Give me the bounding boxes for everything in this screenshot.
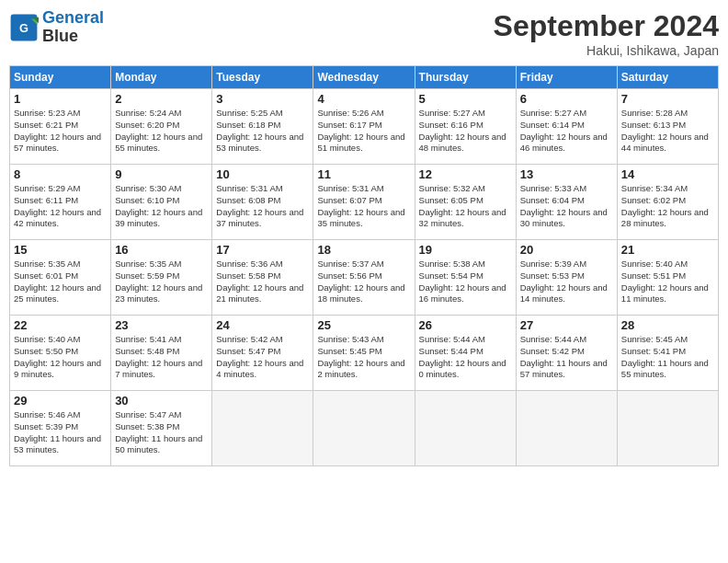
calendar-cell: 10 Sunrise: 5:31 AM Sunset: 6:08 PM Dayl… bbox=[212, 165, 313, 240]
day-number: 13 bbox=[520, 167, 613, 181]
day-number: 7 bbox=[621, 92, 714, 106]
calendar-cell bbox=[313, 391, 415, 466]
calendar-cell: 30 Sunrise: 5:47 AM Sunset: 5:38 PM Dayl… bbox=[111, 391, 212, 466]
day-info: Sunrise: 5:35 AM Sunset: 6:01 PM Dayligh… bbox=[14, 259, 107, 305]
day-number: 26 bbox=[419, 318, 512, 332]
day-info: Sunrise: 5:46 AM Sunset: 5:39 PM Dayligh… bbox=[14, 409, 107, 456]
day-number: 5 bbox=[419, 92, 512, 106]
calendar-cell: 4 Sunrise: 5:26 AM Sunset: 6:17 PM Dayli… bbox=[313, 89, 415, 165]
calendar-cell: 6 Sunrise: 5:27 AM Sunset: 6:14 PM Dayli… bbox=[516, 89, 617, 165]
day-info: Sunrise: 5:43 AM Sunset: 5:45 PM Dayligh… bbox=[317, 334, 410, 381]
day-info: Sunrise: 5:44 AM Sunset: 5:44 PM Dayligh… bbox=[419, 334, 512, 381]
day-number: 10 bbox=[216, 167, 309, 181]
day-number: 24 bbox=[216, 318, 309, 332]
calendar-cell: 14 Sunrise: 5:34 AM Sunset: 6:02 PM Dayl… bbox=[617, 165, 718, 240]
calendar-cell: 17 Sunrise: 5:36 AM Sunset: 5:58 PM Dayl… bbox=[212, 240, 313, 316]
day-info: Sunrise: 5:36 AM Sunset: 5:58 PM Dayligh… bbox=[216, 259, 309, 305]
day-number: 18 bbox=[317, 243, 410, 257]
day-info: Sunrise: 5:35 AM Sunset: 5:59 PM Dayligh… bbox=[115, 259, 208, 305]
month-title: September 2024 bbox=[494, 9, 719, 43]
calendar-cell: 22 Sunrise: 5:40 AM Sunset: 5:50 PM Dayl… bbox=[10, 316, 111, 391]
day-info: Sunrise: 5:41 AM Sunset: 5:48 PM Dayligh… bbox=[115, 334, 208, 381]
day-info: Sunrise: 5:32 AM Sunset: 6:05 PM Dayligh… bbox=[419, 183, 512, 230]
day-number: 20 bbox=[520, 243, 613, 257]
calendar-cell: 2 Sunrise: 5:24 AM Sunset: 6:20 PM Dayli… bbox=[111, 89, 212, 165]
calendar-cell bbox=[212, 391, 313, 466]
calendar-cell bbox=[617, 391, 718, 466]
day-info: Sunrise: 5:45 AM Sunset: 5:41 PM Dayligh… bbox=[621, 334, 714, 381]
calendar-table: Sunday Monday Tuesday Wednesday Thursday… bbox=[9, 65, 719, 466]
calendar-cell: 23 Sunrise: 5:41 AM Sunset: 5:48 PM Dayl… bbox=[111, 316, 212, 391]
header-friday: Friday bbox=[516, 66, 617, 89]
header-saturday: Saturday bbox=[617, 66, 718, 89]
day-info: Sunrise: 5:37 AM Sunset: 5:56 PM Dayligh… bbox=[317, 259, 410, 305]
day-info: Sunrise: 5:30 AM Sunset: 6:10 PM Dayligh… bbox=[115, 183, 208, 230]
day-number: 16 bbox=[115, 243, 208, 257]
page-header: G General Blue September 2024 Hakui, Ish… bbox=[9, 9, 719, 58]
day-number: 3 bbox=[216, 92, 309, 106]
svg-text:G: G bbox=[19, 21, 28, 35]
logo-text: General Blue bbox=[42, 9, 104, 46]
calendar-body: 1 Sunrise: 5:23 AM Sunset: 6:21 PM Dayli… bbox=[10, 89, 719, 466]
day-number: 22 bbox=[14, 318, 107, 332]
calendar-week-5: 29 Sunrise: 5:46 AM Sunset: 5:39 PM Dayl… bbox=[10, 391, 719, 466]
day-info: Sunrise: 5:24 AM Sunset: 6:20 PM Dayligh… bbox=[115, 108, 208, 155]
day-number: 4 bbox=[317, 92, 410, 106]
day-info: Sunrise: 5:34 AM Sunset: 6:02 PM Dayligh… bbox=[621, 183, 714, 230]
header-tuesday: Tuesday bbox=[212, 66, 313, 89]
title-block: September 2024 Hakui, Ishikawa, Japan bbox=[494, 9, 719, 58]
day-info: Sunrise: 5:39 AM Sunset: 5:53 PM Dayligh… bbox=[520, 259, 613, 305]
weekday-header-row: Sunday Monday Tuesday Wednesday Thursday… bbox=[10, 66, 719, 89]
day-number: 30 bbox=[115, 394, 208, 408]
calendar-cell: 13 Sunrise: 5:33 AM Sunset: 6:04 PM Dayl… bbox=[516, 165, 617, 240]
calendar-cell: 25 Sunrise: 5:43 AM Sunset: 5:45 PM Dayl… bbox=[313, 316, 415, 391]
day-info: Sunrise: 5:47 AM Sunset: 5:38 PM Dayligh… bbox=[115, 409, 208, 456]
day-info: Sunrise: 5:44 AM Sunset: 5:42 PM Dayligh… bbox=[520, 334, 613, 381]
calendar-cell: 28 Sunrise: 5:45 AM Sunset: 5:41 PM Dayl… bbox=[617, 316, 718, 391]
logo: G General Blue bbox=[9, 9, 104, 46]
day-number: 11 bbox=[317, 167, 410, 181]
day-info: Sunrise: 5:27 AM Sunset: 6:16 PM Dayligh… bbox=[419, 108, 512, 155]
day-number: 21 bbox=[621, 243, 714, 257]
calendar-cell: 1 Sunrise: 5:23 AM Sunset: 6:21 PM Dayli… bbox=[10, 89, 111, 165]
calendar-cell bbox=[415, 391, 516, 466]
day-info: Sunrise: 5:33 AM Sunset: 6:04 PM Dayligh… bbox=[520, 183, 613, 230]
day-info: Sunrise: 5:42 AM Sunset: 5:47 PM Dayligh… bbox=[216, 334, 309, 381]
logo-line2: Blue bbox=[42, 27, 78, 45]
day-info: Sunrise: 5:28 AM Sunset: 6:13 PM Dayligh… bbox=[621, 108, 714, 155]
calendar-cell bbox=[516, 391, 617, 466]
day-info: Sunrise: 5:26 AM Sunset: 6:17 PM Dayligh… bbox=[317, 108, 410, 155]
day-info: Sunrise: 5:31 AM Sunset: 6:08 PM Dayligh… bbox=[216, 183, 309, 230]
calendar-week-3: 15 Sunrise: 5:35 AM Sunset: 6:01 PM Dayl… bbox=[10, 240, 719, 316]
day-info: Sunrise: 5:38 AM Sunset: 5:54 PM Dayligh… bbox=[419, 259, 512, 305]
day-number: 8 bbox=[14, 167, 107, 181]
calendar-week-2: 8 Sunrise: 5:29 AM Sunset: 6:11 PM Dayli… bbox=[10, 165, 719, 240]
day-info: Sunrise: 5:29 AM Sunset: 6:11 PM Dayligh… bbox=[14, 183, 107, 230]
calendar-cell: 19 Sunrise: 5:38 AM Sunset: 5:54 PM Dayl… bbox=[415, 240, 516, 316]
day-number: 9 bbox=[115, 167, 208, 181]
calendar-cell: 24 Sunrise: 5:42 AM Sunset: 5:47 PM Dayl… bbox=[212, 316, 313, 391]
calendar-cell: 27 Sunrise: 5:44 AM Sunset: 5:42 PM Dayl… bbox=[516, 316, 617, 391]
day-number: 6 bbox=[520, 92, 613, 106]
calendar-week-4: 22 Sunrise: 5:40 AM Sunset: 5:50 PM Dayl… bbox=[10, 316, 719, 391]
header-thursday: Thursday bbox=[415, 66, 516, 89]
day-number: 28 bbox=[621, 318, 714, 332]
day-info: Sunrise: 5:25 AM Sunset: 6:18 PM Dayligh… bbox=[216, 108, 309, 155]
day-number: 1 bbox=[14, 92, 107, 106]
header-sunday: Sunday bbox=[10, 66, 111, 89]
day-number: 19 bbox=[419, 243, 512, 257]
logo-icon: G bbox=[9, 13, 39, 42]
calendar-cell: 11 Sunrise: 5:31 AM Sunset: 6:07 PM Dayl… bbox=[313, 165, 415, 240]
day-number: 29 bbox=[14, 394, 107, 408]
day-number: 25 bbox=[317, 318, 410, 332]
calendar-cell: 9 Sunrise: 5:30 AM Sunset: 6:10 PM Dayli… bbox=[111, 165, 212, 240]
day-number: 15 bbox=[14, 243, 107, 257]
calendar-cell: 7 Sunrise: 5:28 AM Sunset: 6:13 PM Dayli… bbox=[617, 89, 718, 165]
day-info: Sunrise: 5:23 AM Sunset: 6:21 PM Dayligh… bbox=[14, 108, 107, 155]
day-number: 12 bbox=[419, 167, 512, 181]
location: Hakui, Ishikawa, Japan bbox=[494, 43, 719, 58]
calendar-cell: 12 Sunrise: 5:32 AM Sunset: 6:05 PM Dayl… bbox=[415, 165, 516, 240]
calendar-cell: 18 Sunrise: 5:37 AM Sunset: 5:56 PM Dayl… bbox=[313, 240, 415, 316]
day-number: 14 bbox=[621, 167, 714, 181]
calendar-cell: 5 Sunrise: 5:27 AM Sunset: 6:16 PM Dayli… bbox=[415, 89, 516, 165]
